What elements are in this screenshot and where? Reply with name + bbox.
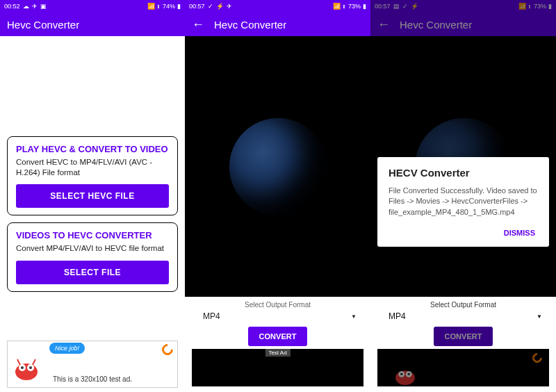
ad-strip[interactable]: Test Ad (192, 349, 363, 386)
card-play-convert: PLAY HEVC & CONVERT TO VIDEO Convert HEV… (7, 136, 178, 216)
dialog-body: File Converted Successfully. Video saved… (389, 186, 538, 218)
app-title: Hevc Converter (7, 19, 79, 31)
app-bar: ← Hevc Converter (185, 13, 370, 36)
check-icon: ✓ (402, 3, 408, 10)
status-bar: 00:52 ☁ ✈ ▣ 📶 ⫾ 74% ▮ (0, 0, 185, 13)
wifi-icon: 📶 (147, 3, 155, 10)
app-title: Hevc Converter (214, 19, 286, 31)
screen-home: 00:52 ☁ ✈ ▣ 📶 ⫾ 74% ▮ Hevc Converter PLA… (0, 0, 185, 392)
battery-text: 74% (163, 3, 175, 10)
ad-badge: Test Ad (265, 349, 290, 357)
monster-icon (391, 357, 419, 385)
video-preview[interactable] (185, 36, 370, 297)
send-icon: ✈ (32, 3, 38, 10)
square-icon: ▣ (40, 3, 47, 10)
battery-text: 73% (534, 3, 546, 10)
card-desc: Convert MP4/FLV/AVI to HEVC file format (16, 243, 169, 254)
svg-point-3 (21, 366, 24, 369)
ad-strip (377, 349, 549, 386)
battery-text: 73% (348, 3, 361, 10)
app-bar: Hevc Converter (0, 13, 185, 36)
status-time: 00:52 (4, 3, 20, 10)
svg-point-9 (407, 373, 409, 375)
app-title: Hevc Converter (400, 19, 472, 31)
check-icon: ✓ (208, 3, 213, 10)
bolt-icon: ⚡ (216, 3, 224, 10)
send-icon: ✈ (227, 3, 232, 10)
svg-point-4 (29, 366, 32, 369)
bolt-icon: ⚡ (411, 3, 418, 10)
convert-button[interactable]: CONVERT (248, 327, 308, 346)
signal-icon: ⫾ (343, 3, 346, 10)
format-dropdown[interactable]: MP4 ▼ (192, 310, 363, 322)
screen-preview: 00:57 ✓ ⚡ ✈ 📶 ⫾ 73% ▮ ← Hevc Converter S… (185, 0, 370, 392)
card-to-hevc: VIDEOS TO HEVC CONVERTER Convert MP4/FLV… (7, 222, 178, 292)
output-section: Select Output Format MP4 ▼ CONVERT Test … (185, 297, 370, 392)
ad-bubble: Nice job! (49, 343, 85, 354)
back-icon[interactable]: ← (377, 17, 390, 32)
format-dropdown: MP4 ▼ (377, 310, 549, 322)
select-file-button[interactable]: SELECT FILE (16, 261, 169, 284)
wifi-icon: 📶 (333, 3, 341, 10)
screen-dialog: 00:57 ▤ ✓ ⚡ 📶 ⫾ 73% ▮ ← Hevc Converter S… (370, 0, 556, 392)
cloud-icon: ☁ (23, 3, 29, 10)
output-section: Select Output Format MP4 ▼ CONVERT (370, 297, 556, 392)
earth-image (229, 118, 327, 215)
app-bar: ← Hevc Converter (370, 13, 556, 36)
status-bar: 00:57 ✓ ⚡ ✈ 📶 ⫾ 73% ▮ (185, 0, 370, 13)
format-value: MP4 (199, 311, 351, 321)
wifi-icon: 📶 (518, 3, 526, 10)
battery-icon: ▮ (548, 3, 552, 10)
signal-icon: ⫾ (157, 3, 161, 10)
admob-icon (530, 351, 544, 365)
back-icon[interactable]: ← (192, 17, 204, 32)
status-bar: 00:57 ▤ ✓ ⚡ 📶 ⫾ 73% ▮ (370, 0, 556, 13)
battery-icon: ▮ (177, 3, 181, 10)
status-time: 00:57 (375, 3, 391, 10)
select-hevc-file-button[interactable]: SELECT HEVC FILE (16, 184, 169, 208)
status-time: 00:57 (189, 3, 205, 10)
card-title: PLAY HEVC & CONVERT TO VIDEO (16, 144, 169, 154)
card-title: VIDEOS TO HEVC CONVERTER (16, 230, 169, 240)
chevron-down-icon: ▼ (351, 313, 357, 320)
svg-point-5 (395, 370, 415, 385)
battery-icon: ▮ (363, 3, 366, 10)
convert-button: CONVERT (434, 327, 493, 346)
svg-point-8 (400, 373, 402, 375)
output-format-label: Select Output Format (377, 301, 549, 309)
success-dialog: HECV Converter File Converted Successful… (377, 157, 549, 247)
format-value: MP4 (384, 311, 537, 321)
ad-text: This is a 320x100 test ad. (8, 375, 177, 383)
dialog-title: HECV Converter (389, 167, 538, 179)
signal-icon: ⫾ (528, 3, 532, 10)
admob-icon (160, 342, 176, 358)
dismiss-button[interactable]: DISMISS (501, 224, 538, 241)
stack-icon: ▤ (393, 3, 400, 10)
card-desc: Convert HEVC to MP4/FLV/AVI (AVC - H.264… (16, 157, 169, 178)
ad-banner[interactable]: Test Ad Nice job! This is a 320x100 test… (7, 341, 178, 388)
chevron-down-icon: ▼ (537, 313, 542, 320)
main-content: PLAY HEVC & CONVERT TO VIDEO Convert HEV… (0, 36, 185, 392)
output-format-label: Select Output Format (192, 301, 363, 309)
